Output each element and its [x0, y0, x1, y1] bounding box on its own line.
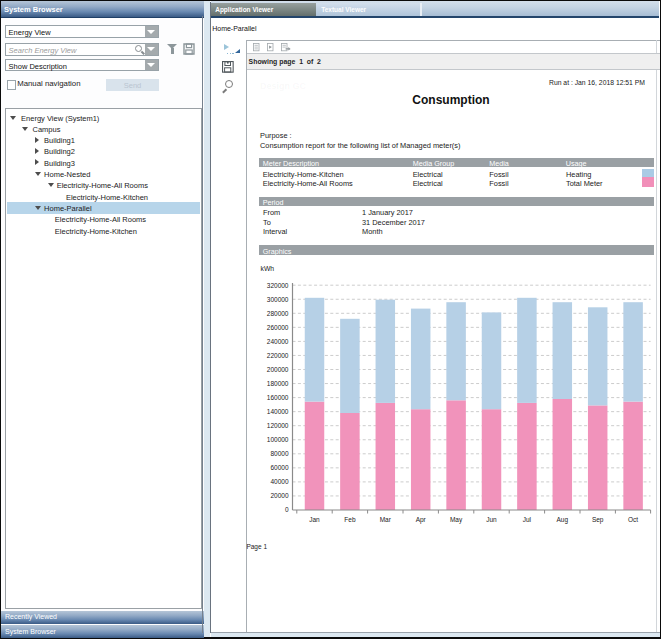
svg-text:140000: 140000	[267, 408, 289, 415]
svg-text:Feb: Feb	[344, 516, 356, 523]
svg-text:100000: 100000	[267, 436, 289, 443]
svg-text:Sep: Sep	[592, 516, 604, 524]
svg-text:0: 0	[285, 506, 289, 513]
svg-text:280000: 280000	[267, 310, 289, 317]
svg-text:60000: 60000	[270, 464, 288, 471]
svg-text:320000: 320000	[267, 282, 289, 289]
svg-text:kWh: kWh	[261, 265, 275, 272]
svg-text:160000: 160000	[267, 394, 289, 401]
svg-text:80000: 80000	[270, 450, 288, 457]
svg-text:260000: 260000	[267, 324, 289, 331]
svg-text:20000: 20000	[270, 492, 288, 499]
svg-text:Jun: Jun	[486, 516, 497, 523]
svg-text:300000: 300000	[267, 296, 289, 303]
svg-text:Oct: Oct	[628, 516, 638, 523]
svg-text:180000: 180000	[267, 380, 289, 387]
svg-text:120000: 120000	[267, 422, 289, 429]
svg-text:220000: 220000	[267, 352, 289, 359]
svg-text:May: May	[450, 516, 463, 524]
svg-text:Aug: Aug	[557, 516, 569, 524]
svg-text:Jul: Jul	[523, 516, 532, 523]
svg-text:200000: 200000	[267, 366, 289, 373]
svg-text:Mar: Mar	[380, 516, 392, 523]
svg-text:Jan: Jan	[309, 516, 320, 523]
svg-text:Apr: Apr	[416, 516, 427, 524]
svg-text:40000: 40000	[270, 478, 288, 485]
svg-text:240000: 240000	[267, 338, 289, 345]
